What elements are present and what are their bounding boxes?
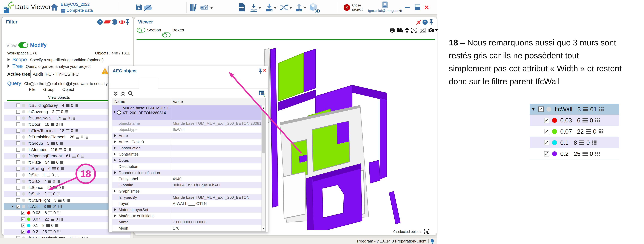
close-project-icon[interactable]: × bbox=[344, 4, 350, 11]
tree-checkbox[interactable] bbox=[16, 142, 20, 145]
tree-label[interactable]: Tree bbox=[12, 63, 23, 69]
attribute-row[interactable]: MinZ -0.2 bbox=[112, 231, 262, 232]
scope-label[interactable]: Scope bbox=[12, 56, 27, 62]
query-type-radio[interactable]: Group bbox=[43, 82, 54, 92]
download-caret[interactable] bbox=[274, 6, 277, 9]
attribute-row[interactable]: Autre - Copie0 bbox=[112, 139, 262, 145]
name-column-header[interactable]: Name bbox=[114, 99, 125, 104]
attribute-row[interactable]: EntityLabel 4940 bbox=[112, 176, 262, 182]
close-window-button[interactable]: × bbox=[424, 3, 429, 12]
group-expander-icon[interactable] bbox=[114, 134, 116, 137]
library-icon[interactable] bbox=[190, 3, 197, 12]
shuffle-icon[interactable] bbox=[280, 4, 288, 12]
attribute-row[interactable]: Contraintes bbox=[112, 151, 262, 157]
filter-pie-chart-icon[interactable] bbox=[112, 19, 117, 25]
attribute-row[interactable]: MaterialLayerSet bbox=[112, 207, 262, 213]
tree-checkbox[interactable] bbox=[16, 198, 20, 202]
group-expander-icon[interactable] bbox=[114, 140, 116, 143]
radio-circle[interactable] bbox=[47, 82, 51, 86]
upload-icon[interactable] bbox=[295, 3, 303, 12]
filter-clear-icon[interactable] bbox=[104, 20, 111, 24]
download-icon[interactable] bbox=[266, 3, 273, 12]
minimize-button[interactable] bbox=[405, 7, 410, 8]
upload-caret[interactable] bbox=[304, 6, 307, 9]
tree-checkbox[interactable]: ✓ bbox=[21, 230, 25, 234]
group-expander-icon[interactable] bbox=[114, 171, 116, 174]
attributes-scrollbar[interactable]: ▲ ▼ bbox=[262, 105, 266, 231]
view-modify-toggle[interactable] bbox=[18, 42, 28, 48]
attribute-row[interactable]: Description bbox=[112, 164, 262, 170]
aec-tab[interactable] bbox=[139, 78, 158, 88]
group-expander-icon[interactable] bbox=[114, 146, 116, 149]
viewer-help-icon[interactable]: ? bbox=[422, 20, 428, 25]
import-project-icon[interactable] bbox=[238, 3, 245, 12]
section-disabled-icon[interactable]: S bbox=[416, 20, 421, 25]
tree-checkbox[interactable] bbox=[16, 154, 20, 158]
radio-circle[interactable] bbox=[66, 82, 70, 86]
attribute-row[interactable]: Matériaux et finitions bbox=[112, 213, 262, 219]
expand-all-icon[interactable] bbox=[120, 91, 126, 96]
viewer-pin-icon[interactable] bbox=[430, 19, 433, 25]
attribute-row[interactable]: Layer A-WALL-___-OTLN bbox=[112, 200, 262, 207]
attribute-row[interactable]: object.name Mur de base:TGM_MUR_EXT_200_… bbox=[112, 120, 262, 126]
query-type-radio[interactable]: File bbox=[29, 82, 36, 92]
tree-checkbox[interactable] bbox=[16, 116, 20, 120]
fullscreen-icon[interactable] bbox=[412, 28, 416, 33]
group-expander-icon[interactable] bbox=[114, 190, 116, 192]
search-icon[interactable] bbox=[128, 91, 133, 96]
tree-checkbox[interactable] bbox=[16, 167, 20, 170]
tree-checkbox[interactable] bbox=[16, 179, 20, 183]
camera-path-icon[interactable] bbox=[396, 28, 403, 33]
user-email[interactable]: tgm.cclot@treegram.fr bbox=[368, 9, 402, 13]
query-type-radio[interactable]: Object bbox=[62, 82, 74, 92]
table-view-icon[interactable] bbox=[258, 90, 265, 96]
save-icon[interactable] bbox=[135, 4, 142, 11]
attribute-row[interactable]: Autre bbox=[112, 133, 262, 139]
screenshot-dropdown-caret[interactable] bbox=[435, 29, 438, 31]
boxes-toggle[interactable] bbox=[162, 32, 170, 37]
aec-close-icon[interactable]: × bbox=[263, 67, 266, 74]
screenshot-camera-icon[interactable] bbox=[428, 28, 434, 32]
tree-expander-icon[interactable] bbox=[8, 64, 10, 68]
aec-pin-icon[interactable] bbox=[258, 68, 262, 74]
group-expander-icon[interactable] bbox=[114, 153, 116, 156]
download-merge-icon[interactable] bbox=[250, 3, 258, 12]
measure-icon[interactable] bbox=[420, 28, 426, 33]
zoom-fit-icon[interactable] bbox=[404, 28, 410, 33]
collapse-all-icon[interactable] bbox=[113, 91, 118, 96]
tree-checkbox[interactable] bbox=[16, 104, 20, 108]
tree-checkbox[interactable] bbox=[16, 129, 20, 133]
attribute-row[interactable]: Cotes bbox=[112, 157, 262, 164]
tree-checkbox[interactable] bbox=[16, 122, 20, 126]
home-icon[interactable] bbox=[50, 3, 58, 11]
row-caret-icon[interactable]: ▼ bbox=[113, 110, 116, 114]
close-project-label[interactable]: Close project bbox=[352, 3, 362, 12]
attribute-row[interactable]: Graphismes bbox=[112, 188, 262, 194]
tree-checkbox[interactable] bbox=[16, 173, 20, 177]
radio-circle[interactable] bbox=[30, 82, 34, 86]
projector-icon[interactable] bbox=[200, 4, 209, 11]
tree-checkbox[interactable]: ✓ bbox=[16, 204, 20, 208]
filter-pin-icon[interactable] bbox=[126, 19, 130, 25]
attribute-row[interactable]: object.type IfcWall bbox=[112, 126, 262, 133]
user-badge-icon[interactable] bbox=[382, 1, 388, 9]
group-expander-icon[interactable] bbox=[114, 214, 116, 217]
tree-section-header[interactable]: Tree Query, organize, analyse your proje… bbox=[8, 63, 90, 69]
tree-checkbox[interactable]: ✓ bbox=[21, 217, 25, 221]
tree-checkbox[interactable] bbox=[16, 192, 20, 196]
attribute-row[interactable]: IsTypedBy Mur de base:TGM_MUR_EXT_200_BE… bbox=[112, 194, 262, 200]
tree-checkbox[interactable]: ✓ bbox=[21, 224, 25, 228]
filter-help-icon[interactable]: ? bbox=[97, 19, 103, 25]
attribute-row[interactable]: Mesh 176 bbox=[112, 225, 262, 231]
orbit-cube-icon[interactable] bbox=[390, 28, 395, 33]
tree-checkbox[interactable] bbox=[16, 148, 20, 152]
scope-expander-icon[interactable] bbox=[8, 58, 10, 61]
scope-section-header[interactable]: Scope Specify a superfiltering condition… bbox=[8, 56, 104, 62]
attribute-row[interactable]: Construction bbox=[112, 145, 262, 151]
tree-checkbox[interactable] bbox=[16, 186, 20, 190]
section-toggle[interactable] bbox=[137, 28, 145, 32]
download-merge-caret[interactable] bbox=[258, 6, 261, 9]
tree-checkbox[interactable] bbox=[16, 135, 20, 139]
notifications-bell-icon[interactable] bbox=[430, 238, 434, 244]
attribute-row[interactable]: GlobalId 00i0L4JB55TfF6gXtB6hAH bbox=[112, 182, 262, 188]
